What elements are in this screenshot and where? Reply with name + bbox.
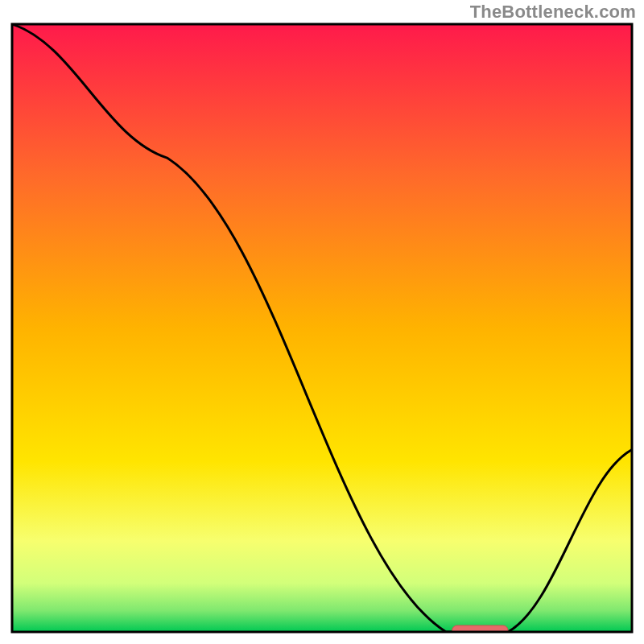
watermark-text: TheBottleneck.com bbox=[470, 2, 636, 23]
optimal-range-marker bbox=[452, 625, 508, 635]
gradient-background bbox=[12, 24, 632, 632]
bottleneck-chart bbox=[0, 0, 644, 644]
chart-container: TheBottleneck.com bbox=[0, 0, 644, 644]
